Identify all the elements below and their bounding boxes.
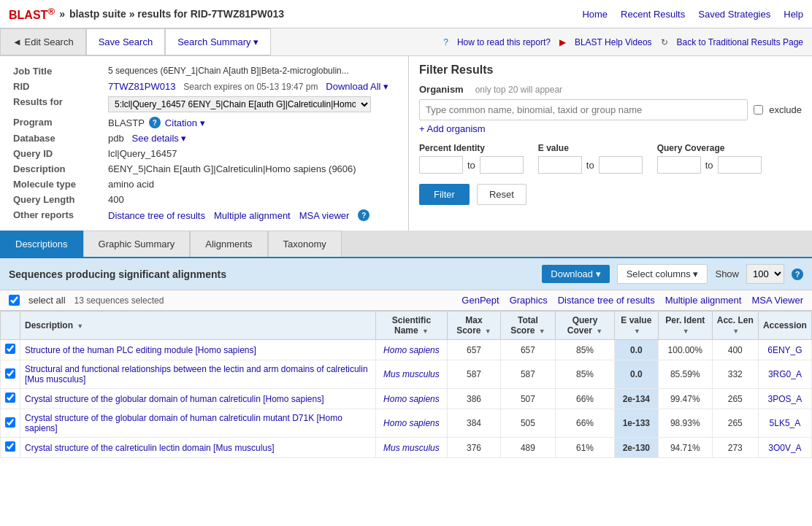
row-checkbox-cell — [1, 389, 20, 409]
total-score-cell-2: 507 — [500, 389, 555, 409]
search-summary-button[interactable]: Search Summary ▾ — [165, 28, 271, 55]
organism-input-row: exclude — [419, 99, 802, 120]
back-to-traditional-link[interactable]: Back to Traditional Results Page — [677, 37, 803, 47]
row-checkbox-3[interactable] — [5, 417, 15, 428]
row-checkbox-cell — [1, 438, 20, 458]
description-row: Description 6ENY_5|Chain E[auth G]|Calre… — [9, 161, 399, 177]
row-checkbox-1[interactable] — [5, 368, 15, 379]
graphics-link[interactable]: Graphics — [510, 295, 548, 306]
tab-graphic-summary[interactable]: Graphic Summary — [83, 231, 191, 257]
tab-descriptions[interactable]: Descriptions — [0, 231, 83, 257]
show-select[interactable]: 100 — [746, 264, 784, 284]
row-checkbox-4[interactable] — [5, 441, 15, 452]
accession-cell-1: 3RG0_A — [758, 360, 811, 389]
exclude-checkbox[interactable] — [754, 105, 763, 115]
desc-link-4[interactable]: Crystal structure of the calreticulin le… — [25, 443, 274, 453]
e-value-to: to — [586, 160, 594, 171]
add-organism-row: + Add organism — [419, 123, 802, 134]
sci-name-link-4[interactable]: Mus musculus — [383, 443, 440, 453]
blast-help-videos-link[interactable]: BLAST Help Videos — [575, 37, 652, 47]
sci-name-cell-1: Mus musculus — [375, 360, 448, 389]
home-link[interactable]: Home — [582, 9, 608, 20]
desc-link-1[interactable]: Structural and functional relationships … — [25, 364, 368, 384]
query-cover-cell-4: 61% — [556, 438, 615, 458]
accession-link-2[interactable]: 3POS_A — [768, 394, 803, 404]
e-value-cell-2: 2e-134 — [614, 389, 658, 409]
how-to-read-link[interactable]: How to read this report? — [457, 37, 551, 47]
query-coverage-max[interactable] — [718, 156, 762, 174]
database-row: Database pdb See details ▾ — [9, 131, 399, 146]
desc-link-3[interactable]: Crystal structure of the globular domain… — [25, 413, 342, 433]
distance-tree-results-link[interactable]: Distance tree of results — [558, 295, 655, 306]
sci-name-link-1[interactable]: Mus musculus — [383, 369, 440, 379]
program-value: BLASTP — [108, 117, 145, 128]
other-reports-help-icon[interactable]: ? — [358, 209, 369, 221]
table-row: Structural and functional relationships … — [1, 360, 812, 389]
results-table-header: Description ▼ Scientific Name ▼ Max Scor… — [1, 312, 812, 340]
back-icon: ↻ — [661, 37, 668, 47]
tab-alignments[interactable]: Alignments — [190, 231, 267, 257]
sci-name-link-2[interactable]: Homo sapiens — [383, 394, 440, 404]
genpept-link[interactable]: GenPept — [461, 295, 499, 306]
row-checkbox-0[interactable] — [5, 344, 15, 354]
filter-title: Filter Results — [419, 63, 802, 77]
e-value-min[interactable] — [538, 156, 582, 174]
download-button[interactable]: Download ▾ — [542, 265, 609, 283]
per-ident-cell-0: 100.00% — [658, 340, 712, 360]
multiple-alignment-link2[interactable]: Multiple alignment — [665, 295, 742, 306]
accession-link-4[interactable]: 3O0V_A — [768, 443, 801, 453]
e-value-col-header: E value ▼ — [614, 312, 658, 340]
e-value-max[interactable] — [599, 156, 643, 174]
multiple-alignment-link[interactable]: Multiple alignment — [214, 210, 291, 221]
blast-logo: BLAST® — [9, 6, 55, 22]
query-coverage-min[interactable] — [657, 156, 701, 174]
saved-strategies-link[interactable]: Saved Strategies — [698, 9, 770, 20]
results-for-select[interactable]: 5:lcl|Query_16457 6ENY_5|Chain E[auth G]… — [108, 96, 371, 112]
results-help-icon[interactable]: ? — [792, 268, 803, 280]
percent-identity-min[interactable] — [419, 156, 463, 174]
add-organism-link[interactable]: + Add organism — [419, 123, 802, 134]
rid-link[interactable]: 7TWZ81PW013 — [108, 81, 175, 92]
tab-taxonomy[interactable]: Taxonomy — [268, 231, 342, 257]
database-value: pdb — [108, 133, 124, 144]
citation-link[interactable]: Citation ▾ — [165, 117, 205, 128]
edit-search-button[interactable]: ◄ Edit Search — [0, 28, 86, 55]
e-value-inputs: to — [538, 156, 643, 174]
results-title: Sequences producing significant alignmen… — [9, 268, 535, 280]
select-columns-button[interactable]: Select columns ▾ — [617, 264, 708, 284]
msa-viewer-link2[interactable]: MSA Viewer — [751, 295, 803, 306]
filter-button[interactable]: Filter — [419, 184, 470, 205]
accession-link-0[interactable]: 6ENY_G — [767, 345, 802, 355]
results-for-row: Results for 5:lcl|Query_16457 6ENY_5|Cha… — [9, 94, 399, 115]
save-search-button[interactable]: Save Search — [86, 28, 165, 55]
select-columns-label: Select columns ▾ — [627, 268, 699, 279]
sci-name-link-3[interactable]: Homo sapiens — [383, 418, 440, 428]
acc-len-cell-4: 273 — [712, 438, 758, 458]
desc-link-0[interactable]: Structure of the human PLC editing modul… — [25, 345, 256, 355]
e-value-range: E value to — [538, 143, 643, 174]
sci-name-link-0[interactable]: Homo sapiens — [383, 345, 440, 355]
select-all-checkbox[interactable] — [9, 295, 20, 306]
per-ident-cell-4: 94.71% — [658, 438, 712, 458]
organism-input[interactable] — [419, 99, 748, 120]
msa-viewer-link[interactable]: MSA viewer — [299, 210, 350, 221]
accession-link-3[interactable]: 5LK5_A — [770, 418, 801, 428]
row-checkbox-2[interactable] — [5, 392, 15, 403]
max-score-label: Max Score — [456, 315, 482, 336]
desc-link-2[interactable]: Crystal structure of the globular domain… — [25, 394, 324, 404]
download-all-link[interactable]: Download All ▾ — [326, 81, 388, 92]
organism-note: only top 20 will appear — [475, 85, 562, 95]
reset-button[interactable]: Reset — [477, 184, 526, 205]
organism-row: Organism only top 20 will appear — [419, 84, 802, 95]
percent-identity-max[interactable] — [480, 156, 524, 174]
accession-cell-0: 6ENY_G — [758, 340, 811, 360]
see-details-link[interactable]: See details ▾ — [132, 133, 187, 144]
recent-results-link[interactable]: Recent Results — [621, 9, 685, 20]
help-link[interactable]: Help — [784, 9, 803, 20]
distance-tree-link[interactable]: Distance tree of results — [108, 210, 205, 221]
reg-mark: ® — [47, 6, 55, 17]
accession-link-1[interactable]: 3RG0_A — [768, 369, 802, 379]
e-value-cell-0: 0.0 — [614, 340, 658, 360]
job-info-table: Job Title 5 sequences (6ENY_1|Chain A[au… — [9, 63, 399, 223]
program-help-icon[interactable]: ? — [149, 117, 161, 128]
